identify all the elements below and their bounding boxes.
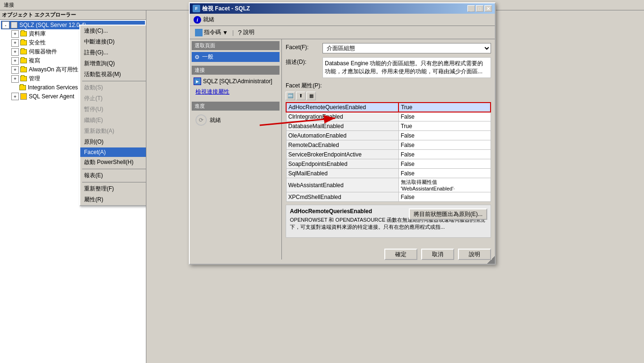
- separator-2: [82, 169, 146, 169]
- tree-item-management-label: 管理: [29, 75, 40, 83]
- cancel-button[interactable]: 取消: [421, 249, 454, 260]
- menu-refresh[interactable]: 重新整理(F): [80, 183, 146, 194]
- table-row-servicebroker[interactable]: ServiceBrokerEndpointActive False: [286, 150, 491, 159]
- tree-expand-db[interactable]: +: [11, 30, 19, 38]
- tree-expand-management[interactable]: +: [11, 75, 19, 83]
- menu-properties[interactable]: 屬性(R): [80, 194, 146, 205]
- desc-form-row: 描述(D): Database Engine 功能的介面區組態。只有您的應用程式…: [286, 57, 491, 78]
- folder-icon-db: [20, 30, 27, 38]
- prop-value-servicebroker: False: [398, 150, 491, 159]
- menu-activity-monitor[interactable]: 活動監視器(M): [80, 69, 146, 80]
- cmd-label: 指令碼: [204, 28, 221, 36]
- minimize-btn[interactable]: _: [467, 5, 475, 12]
- help-icon: ?: [238, 29, 242, 36]
- menu-restart[interactable]: 重新啟動(A): [80, 126, 146, 137]
- server-icon: [10, 21, 18, 29]
- prop-name-sqlmail: SqlMailEnabled: [286, 169, 398, 178]
- dialog-right-panel: Facet(F): 介面區組態 描述(D): Database Engine 功…: [282, 39, 495, 259]
- prop-name-clr: ClrIntegrationEnabled: [286, 112, 398, 121]
- panel-item-general[interactable]: ⚙ 一般: [192, 52, 280, 62]
- ok-button[interactable]: 確定: [384, 249, 417, 260]
- prop-name-ole: OleAutomationEnabled: [286, 131, 398, 140]
- sort-az-btn[interactable]: 🔤: [286, 92, 295, 100]
- close-btn[interactable]: ✕: [484, 5, 492, 12]
- table-row-webassistant[interactable]: WebAssistantEnabled 無法取得屬性值 'WebAssistan…: [286, 178, 491, 192]
- facet-label: Facet(F):: [286, 43, 319, 51]
- progress-section-header: 進度: [192, 102, 280, 111]
- help-label: 說明: [243, 28, 254, 36]
- main-area: オブジェクト エクスプローラー - SQLZ (SQL Server 12.0.…: [0, 10, 644, 363]
- tree-item-alwayson-label: AlwaysOn 高可用性: [29, 66, 78, 74]
- info-icon: i: [194, 16, 201, 24]
- separator-1: [82, 81, 146, 81]
- tree-expand-security[interactable]: +: [11, 39, 19, 47]
- export-policy-btn[interactable]: 將目前狀態匯出為原則(E)...: [409, 208, 487, 220]
- menu-resume[interactable]: 繼續(E): [80, 115, 146, 126]
- menu-facet[interactable]: Facet(A): [80, 147, 146, 157]
- menu-new-query[interactable]: 新增查詢(Q): [80, 58, 146, 69]
- table-row-clr[interactable]: ClrIntegrationEnabled False: [286, 112, 491, 121]
- help-btn-toolbar[interactable]: ? 說明: [235, 27, 258, 38]
- tree-expand-agent[interactable]: +: [11, 93, 19, 100]
- cmd-btn[interactable]: 指令碼 ▼: [192, 27, 231, 38]
- folder-icon-integration: [19, 84, 26, 92]
- connect-link[interactable]: 檢視連接屬性: [194, 87, 231, 96]
- table-row-dbmail[interactable]: DatabaseMailEnabled True: [286, 121, 491, 131]
- status-icon: ⟳: [195, 114, 207, 126]
- menu-policy[interactable]: 原則(O) ▶: [80, 137, 146, 147]
- table-row-remotedac[interactable]: RemoteDacEnabled False: [286, 140, 491, 150]
- resize-handle[interactable]: [487, 256, 495, 264]
- prop-name-webassistant: WebAssistantEnabled: [286, 178, 398, 192]
- menu-start[interactable]: 啟動(S): [80, 82, 146, 93]
- table-row-sqlmail[interactable]: SqlMailEnabled False: [286, 169, 491, 178]
- table-row-adhoc[interactable]: AdHocRemoteQueriesEnabled True: [286, 103, 491, 112]
- prop-value-xpcmd: False: [398, 192, 491, 202]
- menu-disconnect[interactable]: 中斷連接(D): [80, 36, 146, 47]
- menu-pause[interactable]: 暫停(U): [80, 104, 146, 115]
- dialog-buttons: 確定 取消 說明: [384, 249, 491, 260]
- tree-expand-alwayson[interactable]: +: [11, 66, 19, 74]
- cmd-dropdown-icon[interactable]: ▼: [222, 29, 228, 36]
- cmd-icon: [195, 29, 203, 36]
- server-item-label: SQLZ [SQLZ\Administrator]: [203, 78, 272, 85]
- help-button[interactable]: 說明: [458, 249, 491, 260]
- server-item: ▶ SQLZ [SQLZ\Administrator]: [192, 77, 280, 86]
- table-row-soap[interactable]: SoapEndpointsEnabled False: [286, 159, 491, 169]
- facet-select[interactable]: 介面區組態: [322, 43, 491, 53]
- desc-label: 描述(D):: [286, 57, 319, 66]
- table-row-xpcmd[interactable]: XPCmdShellEnabled False: [286, 192, 491, 202]
- separator-3: [82, 182, 146, 182]
- menu-stop[interactable]: 停止(T): [80, 93, 146, 104]
- facet-description: Database Engine 功能的介面區組態。只有您的應用程式需要的功能，才…: [322, 57, 491, 78]
- connect-toolbar-btn[interactable]: 連接: [2, 1, 16, 9]
- sort-btn[interactable]: ⬆: [296, 92, 305, 100]
- tree-expand-replication[interactable]: +: [11, 57, 19, 65]
- filter-btn[interactable]: ▦: [306, 92, 316, 100]
- dialog-title: 檢視 Facet - SQLZ: [202, 5, 250, 13]
- menu-register[interactable]: 註冊(G)...: [80, 47, 146, 58]
- tree-root-label: SQLZ (SQL Server 12.0.4): [19, 22, 86, 28]
- props-table: AdHocRemoteQueriesEnabled True ClrIntegr…: [286, 102, 491, 202]
- menu-reports[interactable]: 報表(E) ▶: [80, 170, 146, 181]
- prop-value-clr: False: [398, 112, 491, 121]
- prop-value-soap: False: [398, 159, 491, 169]
- context-menu: 連接(C)... 中斷連接(D) 註冊(G)... 新增查詢(Q) 活動監視器(…: [79, 25, 146, 206]
- facet-dialog: F 檢視 Facet - SQLZ _ □ ✕ i 就緒 指令碼 ▼ | ?: [189, 2, 496, 265]
- prop-value-adhoc: True: [398, 103, 491, 112]
- tree-expand-server-objects[interactable]: +: [11, 48, 19, 56]
- prop-name-remotedac: RemoteDacEnabled: [286, 140, 398, 150]
- titlebar-icon: F: [193, 5, 200, 12]
- table-row-ole[interactable]: OleAutomationEnabled False: [286, 131, 491, 140]
- props-toolbar: 🔤 ⬆ ▦: [286, 92, 491, 100]
- tree-item-agent-label: SQL Server Agent: [29, 93, 74, 100]
- tree-item-db-label: 資料庫: [29, 30, 46, 38]
- menu-connect[interactable]: 連接(C)...: [80, 26, 146, 36]
- prop-name-dbmail: DatabaseMailEnabled: [286, 121, 398, 131]
- tree-expand-root[interactable]: -: [2, 21, 9, 29]
- menu-powershell[interactable]: 啟動 PowerShell(H): [80, 157, 146, 168]
- prop-name-servicebroker: ServiceBrokerEndpointActive: [286, 150, 398, 159]
- folder-icon-security: [20, 39, 27, 47]
- dialog-left-panel: 選取頁面 ⚙ 一般 連接 ▶ SQLZ [SQLZ\Administrator]…: [190, 39, 282, 259]
- restore-btn[interactable]: □: [476, 5, 483, 12]
- tree-header: オブジェクト エクスプローラー: [0, 10, 146, 20]
